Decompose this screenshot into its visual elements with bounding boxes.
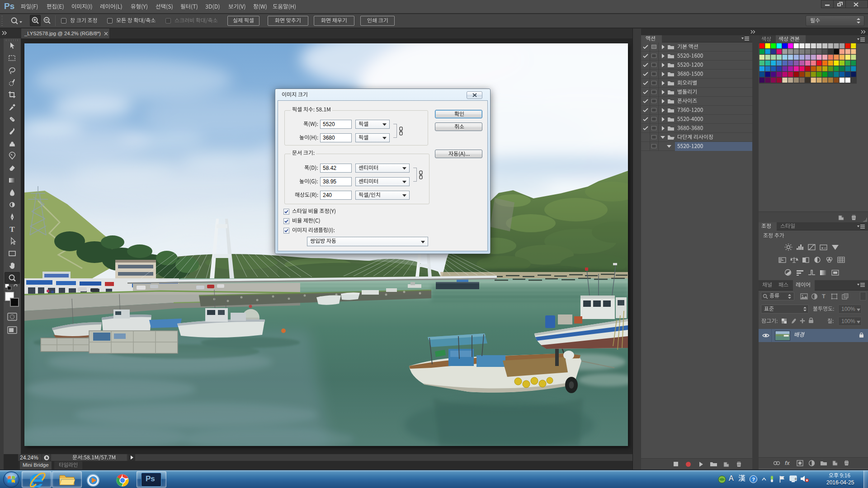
- svg-text:T: T: [9, 225, 15, 234]
- svg-text:?: ?: [752, 477, 755, 482]
